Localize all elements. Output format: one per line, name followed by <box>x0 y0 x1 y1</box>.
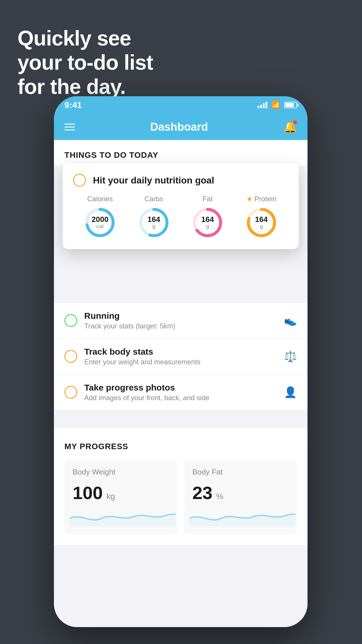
progress-card-body-fat[interactable]: Body Fat 23 % <box>184 459 297 535</box>
todo-text: Running Track your stats (target: 5km) <box>84 311 277 330</box>
nutrition-item-fat: Fat 164 g <box>191 195 224 239</box>
wave-chart <box>192 509 289 526</box>
todo-check[interactable] <box>64 386 77 399</box>
hero-line2: your to-do list <box>17 50 153 75</box>
donut-chart: 164 g <box>138 206 170 239</box>
todo-icon: ⚖️ <box>284 350 297 363</box>
nav-title: Dashboard <box>150 121 208 133</box>
donut-value: 164 <box>147 216 160 223</box>
status-icons: 📶 <box>258 101 297 109</box>
phone-shell: 9:41 📶 Dashboard 🔔 THINGS TO <box>54 96 307 627</box>
progress-card-unit: % <box>216 492 223 501</box>
donut-unit: g <box>201 223 214 230</box>
progress-title: MY PROGRESS <box>64 442 297 451</box>
todo-list-item[interactable]: Track body stats Enter your weight and m… <box>54 339 307 374</box>
todo-text: Track body stats Enter your weight and m… <box>84 347 277 366</box>
donut-center: 2000 cal <box>92 216 108 230</box>
donut-center: 164 g <box>147 216 160 230</box>
todo-icon: 👤 <box>284 386 297 398</box>
nutrient-label: Calories <box>87 195 113 203</box>
todo-subtitle: Track your stats (target: 5km) <box>84 322 277 330</box>
todo-subtitle: Enter your weight and measurements <box>84 358 277 366</box>
notifications-button[interactable]: 🔔 <box>283 120 297 133</box>
hero-line1: Quickly see <box>17 26 153 50</box>
nav-bar: Dashboard 🔔 <box>54 114 307 140</box>
progress-cards: Body Weight 100 kg Body Fat 23 % <box>64 459 297 535</box>
todo-check[interactable] <box>64 350 77 363</box>
donut-unit: cal <box>92 223 108 230</box>
status-bar: 9:41 📶 <box>54 96 307 114</box>
todo-list-item[interactable]: Take progress photos Add images of your … <box>54 374 307 410</box>
star-icon: ★ <box>246 195 253 203</box>
nutrition-card: Hit your daily nutrition goal Calories 2… <box>63 163 299 249</box>
app-content: THINGS TO DO TODAY Hit your daily nutrit… <box>54 140 307 627</box>
status-time: 9:41 <box>64 100 82 110</box>
nutrient-label: Protein <box>254 195 277 203</box>
nutrition-item-carbs: Carbs 164 g <box>138 195 170 239</box>
progress-section: MY PROGRESS Body Weight 100 kg Body Fat … <box>54 428 307 545</box>
donut-chart: 2000 cal <box>84 206 116 239</box>
donut-value: 164 <box>255 216 268 223</box>
todo-list: Running Track your stats (target: 5km) 👟… <box>54 303 307 410</box>
progress-card-value-row: 100 kg <box>73 482 169 503</box>
todo-title: Track body stats <box>84 347 277 357</box>
donut-chart: 164 g <box>245 206 277 239</box>
donut-unit: g <box>147 223 160 230</box>
todo-text: Take progress photos Add images of your … <box>84 383 277 402</box>
notification-badge <box>293 120 297 124</box>
todo-icon: 👟 <box>284 314 297 327</box>
donut-center: 164 g <box>201 216 214 230</box>
todo-subtitle: Add images of your front, back, and side <box>84 394 277 402</box>
hero-text: Quickly see your to-do list for the day. <box>17 26 153 99</box>
nutrition-row: Calories 2000 cal Carbs 164 g Fat 164 g … <box>73 195 288 239</box>
wave-chart <box>73 509 169 526</box>
progress-card-unit: kg <box>106 492 115 501</box>
donut-center: 164 g <box>255 216 268 230</box>
things-section: THINGS TO DO TODAY <box>54 140 307 166</box>
progress-card-value-row: 23 % <box>192 482 289 503</box>
todo-list-item[interactable]: Running Track your stats (target: 5km) 👟 <box>54 303 307 339</box>
donut-chart: 164 g <box>191 206 224 239</box>
nutrient-label: Carbs <box>145 195 163 203</box>
signal-icon <box>258 102 267 108</box>
hero-line3: for the day. <box>17 75 153 99</box>
nutrient-label: Fat <box>203 195 213 203</box>
donut-value: 164 <box>201 216 214 223</box>
todo-check[interactable] <box>64 314 77 327</box>
progress-card-label: Body Weight <box>73 468 169 477</box>
progress-card-value: 23 <box>192 483 212 503</box>
progress-card-value: 100 <box>73 483 103 503</box>
progress-card-label: Body Fat <box>192 468 289 477</box>
todo-title: Take progress photos <box>84 383 277 393</box>
nutrition-check[interactable] <box>73 174 86 187</box>
battery-icon <box>284 102 297 108</box>
todo-title: Running <box>84 311 277 321</box>
wifi-icon: 📶 <box>271 101 280 109</box>
nutrition-item-calories: Calories 2000 cal <box>84 195 116 239</box>
nutrition-title: Hit your daily nutrition goal <box>93 175 214 186</box>
progress-card-body-weight[interactable]: Body Weight 100 kg <box>64 459 177 535</box>
nutrition-item-protein: ★Protein 164 g <box>245 195 277 239</box>
donut-value: 2000 <box>92 216 108 223</box>
menu-button[interactable] <box>64 124 75 130</box>
donut-unit: g <box>255 223 268 230</box>
nutrition-header: Hit your daily nutrition goal <box>73 174 288 187</box>
